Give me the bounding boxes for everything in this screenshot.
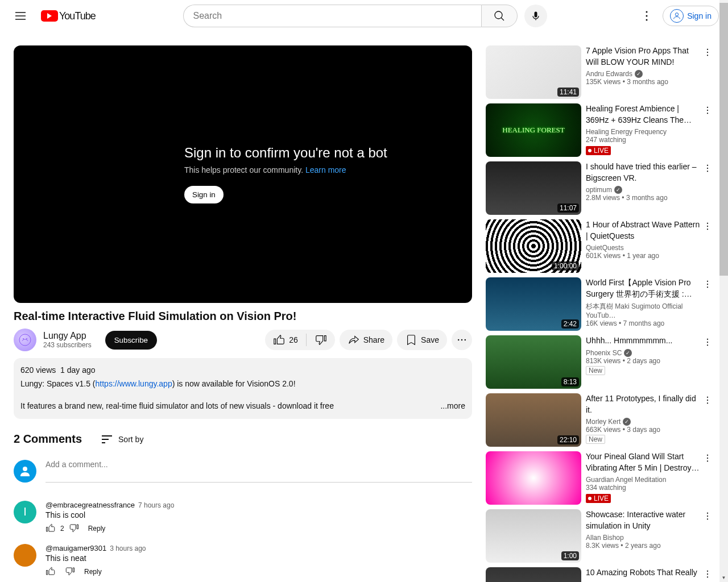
recommendation-menu-button[interactable] <box>701 277 714 291</box>
subscribe-button[interactable]: Subscribe <box>105 331 157 350</box>
comment-avatar[interactable] <box>14 544 36 567</box>
youtube-logo[interactable]: YouTube <box>41 10 96 22</box>
recommendation-thumbnail[interactable] <box>486 567 581 582</box>
svg-point-3 <box>646 15 648 17</box>
recommendation-title: Your Pineal Gland Will Start Vibrating A… <box>586 451 703 473</box>
search-button[interactable] <box>481 5 518 27</box>
video-player[interactable]: Sign in to confirm you're not a bot This… <box>14 45 472 303</box>
scroll-down-arrow[interactable]: ▼ <box>719 573 728 582</box>
comment-avatar[interactable]: I <box>14 501 36 523</box>
recommendation-menu-button[interactable] <box>701 161 714 175</box>
recommendation-meta: 813K views • 2 days ago <box>586 357 703 365</box>
kebab-icon <box>702 163 713 173</box>
description-link[interactable]: https://www.lungy.app <box>96 379 172 388</box>
recommendation-thumbnail[interactable]: HEALING FOREST <box>486 103 581 157</box>
comment-time: 7 hours ago <box>138 501 174 509</box>
description-box[interactable]: 620 views 1 day ago Lungy: Spaces v1.5 (… <box>14 358 472 418</box>
recommendation-item[interactable]: 2:42 World First【Apple Vision Pro Surger… <box>486 277 714 331</box>
svg-point-13 <box>707 49 708 50</box>
channel-info: Lungy App 243 subscribers Subscribe <box>14 329 157 351</box>
recommendation-thumbnail[interactable]: 2:42 <box>486 277 581 331</box>
recommendation-channel: Morley Kert ✓ <box>586 418 703 426</box>
recommendation-item[interactable]: 1:00 Showcase: Interactive water simulat… <box>486 509 714 563</box>
search-input[interactable] <box>183 5 481 27</box>
sort-button[interactable]: Sort by <box>100 433 143 446</box>
more-actions-button[interactable] <box>452 330 472 350</box>
comment-like-button[interactable] <box>46 566 56 578</box>
recommendation-item[interactable]: 10 Amazing Robots That Really <box>486 567 714 582</box>
comment-dislike-button[interactable] <box>69 523 79 535</box>
recommendation-menu-button[interactable] <box>701 393 714 407</box>
description-more-button[interactable]: ...more <box>429 401 465 412</box>
settings-menu[interactable] <box>635 5 658 27</box>
comment-reply-button[interactable]: Reply <box>88 525 106 533</box>
voice-search-button[interactable] <box>524 5 547 27</box>
svg-point-22 <box>707 223 708 224</box>
description-text: Lungy: Spaces v1.5 (https://www.lungy.ap… <box>20 379 465 412</box>
recommendation-menu-button[interactable] <box>701 219 714 233</box>
recommendation-menu-button[interactable] <box>701 103 714 117</box>
comment-author[interactable]: @embracegreatnessfrance <box>46 501 135 509</box>
mic-icon <box>530 10 541 22</box>
hamburger-menu[interactable] <box>9 5 32 27</box>
channel-name[interactable]: Lungy App <box>43 331 92 341</box>
kebab-icon <box>702 453 713 463</box>
user-icon <box>670 9 684 23</box>
recommendation-item[interactable]: 22:10 After 11 Prototypes, I finally did… <box>486 393 714 447</box>
recommendation-item[interactable]: 1:00:00 1 Hour of Abstract Wave Pattern … <box>486 219 714 273</box>
kebab-icon <box>702 511 713 521</box>
svg-point-10 <box>461 339 463 341</box>
recommendation-menu-button[interactable] <box>701 451 714 465</box>
comment-reply-button[interactable]: Reply <box>84 568 102 576</box>
kebab-icon <box>702 221 713 231</box>
my-avatar[interactable] <box>14 460 36 483</box>
comment-item: @mauigamer9301 3 hours ago This is neat … <box>14 544 472 578</box>
player-signin-button[interactable]: Sign in <box>184 186 224 203</box>
recommendation-channel: Guardian Angel Meditation <box>586 476 703 484</box>
recommendation-channel: QuietQuests <box>586 244 703 252</box>
recommendation-meta: 247 watching <box>586 136 703 144</box>
recommendation-thumbnail[interactable]: 11:41 <box>486 45 581 99</box>
recommendation-item[interactable]: 8:13 Uhhh... Hmmmmmmm... Phoenix SC ✓ 81… <box>486 335 714 389</box>
recommendation-thumbnail[interactable]: 1:00:00 <box>486 219 581 273</box>
scrollbar-thumb[interactable] <box>719 3 728 276</box>
verified-icon: ✓ <box>624 349 632 357</box>
recommendation-item[interactable]: HEALING FOREST Healing Forest Ambience |… <box>486 103 714 157</box>
recommendation-menu-button[interactable] <box>701 335 714 349</box>
new-badge: New <box>586 366 605 375</box>
kebab-icon <box>640 9 653 23</box>
svg-point-23 <box>707 226 708 227</box>
signin-button[interactable]: Sign in <box>663 6 719 26</box>
comment-like-button[interactable] <box>46 523 56 535</box>
save-button[interactable]: Save <box>397 330 447 350</box>
recommendation-thumbnail[interactable]: 11:07 <box>486 161 581 215</box>
recommendation-thumbnail[interactable] <box>486 451 581 505</box>
sort-icon <box>100 433 114 446</box>
share-button[interactable]: Share <box>340 330 392 350</box>
recommendation-item[interactable]: Your Pineal Gland Will Start Vibrating A… <box>486 451 714 505</box>
learn-more-link[interactable]: Learn more <box>305 165 346 174</box>
main-column: Sign in to confirm you're not a bot This… <box>14 45 472 582</box>
svg-point-17 <box>707 110 708 111</box>
recommendation-thumbnail[interactable]: 22:10 <box>486 393 581 447</box>
live-badge: LIVE <box>586 494 611 503</box>
save-pill: Save <box>397 330 447 350</box>
comment-dislike-button[interactable] <box>65 566 75 578</box>
recommendation-menu-button[interactable] <box>701 509 714 523</box>
recommendation-meta: 16K views • 7 months ago <box>586 319 703 327</box>
recommendation-menu-button[interactable] <box>701 45 714 59</box>
channel-avatar[interactable] <box>14 329 36 351</box>
recommendation-menu-button[interactable] <box>701 567 714 581</box>
comment-input[interactable] <box>46 460 472 469</box>
like-button[interactable]: 26 <box>265 330 306 350</box>
recommendation-item[interactable]: 11:41 7 Apple Vision Pro Apps That Will … <box>486 45 714 99</box>
scrollbar-track[interactable]: ▲ ▼ <box>719 0 728 582</box>
recommendation-thumbnail[interactable]: 1:00 <box>486 509 581 563</box>
svg-point-30 <box>707 344 708 346</box>
recommendation-thumbnail[interactable]: 8:13 <box>486 335 581 389</box>
svg-point-6 <box>19 334 31 346</box>
comment-author[interactable]: @mauigamer9301 <box>46 544 106 552</box>
dislike-button[interactable] <box>307 330 335 350</box>
svg-point-2 <box>646 11 648 13</box>
recommendation-item[interactable]: 11:07 I should have tried this earlier –… <box>486 161 714 215</box>
